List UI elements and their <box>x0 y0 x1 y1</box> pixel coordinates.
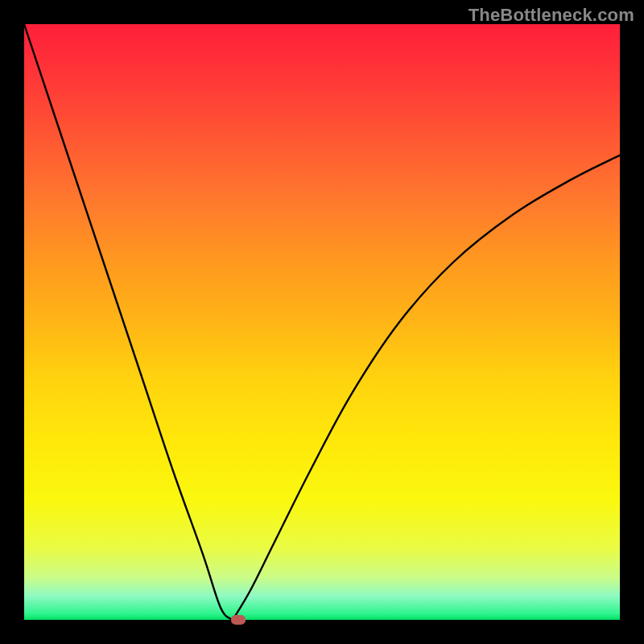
watermark-text: TheBottleneck.com <box>469 5 634 26</box>
curve-path <box>24 24 620 620</box>
chart-frame: TheBottleneck.com <box>0 0 644 644</box>
plot-area <box>24 24 620 620</box>
min-marker <box>231 615 246 625</box>
bottleneck-curve <box>24 24 620 620</box>
